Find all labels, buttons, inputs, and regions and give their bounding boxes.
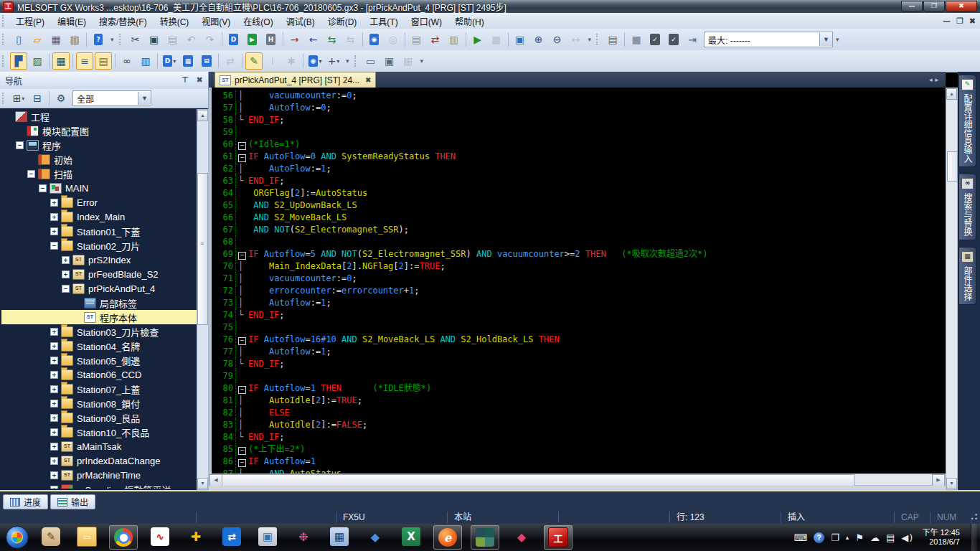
st-code-editor[interactable]: 56│ vacuumcounter:=0;57│ Autoflow:=0;58└… xyxy=(209,88,946,474)
fold-collapse-icon[interactable]: − xyxy=(238,447,246,455)
dock-tab[interactable]: 进度 xyxy=(3,494,48,509)
copy-icon[interactable]: ▣ xyxy=(146,31,163,48)
plc-reset-check-icon[interactable]: ✓ xyxy=(665,31,682,48)
scroll-left-icon[interactable]: ◀ xyxy=(209,474,222,486)
expand-icon[interactable]: + xyxy=(50,443,58,451)
resize-grip[interactable] xyxy=(967,511,980,524)
code-line[interactable]: 74└END_IF; xyxy=(212,309,946,321)
menu-item[interactable]: 转换(C) xyxy=(154,14,196,29)
print-icon[interactable]: ▥ xyxy=(66,31,83,48)
restore-button[interactable]: ❐ xyxy=(923,1,945,12)
code-line[interactable]: 80−IF Autoflow=1 THEN (*IDLE狀態*) xyxy=(212,382,946,395)
tree-item[interactable]: +Station06_CCD xyxy=(1,367,197,382)
scroll-down-icon[interactable]: ▼ xyxy=(197,478,208,489)
edit-mode-icon[interactable]: ✎ xyxy=(245,52,263,70)
calculator-icon[interactable]: ▦ xyxy=(326,525,353,548)
code-line[interactable]: 84└END_IF; xyxy=(212,431,946,443)
toolbar-overflow-icon[interactable]: ▾ xyxy=(110,36,114,43)
collapse-icon[interactable]: − xyxy=(50,242,58,250)
dock-tab[interactable]: 输出 xyxy=(50,494,95,509)
paint-icon[interactable]: ✎ xyxy=(37,525,65,548)
expand-icon[interactable]: + xyxy=(50,486,58,489)
tree-item[interactable]: +Station03_刀片檢查 xyxy=(1,324,197,339)
tree-item[interactable]: +Error xyxy=(1,195,197,209)
side-tab[interactable]: ∞搜索与替换 xyxy=(958,174,976,240)
wave-app-icon[interactable]: ∿ xyxy=(146,525,174,548)
window-list-icon[interactable]: ▥ xyxy=(446,31,463,48)
menu-item[interactable]: 工具(T) xyxy=(363,14,404,29)
collapse-icon[interactable]: − xyxy=(62,285,70,293)
scroll-right-icon[interactable]: ▶ xyxy=(932,474,945,486)
window-tray-icon[interactable]: ❐ xyxy=(831,532,839,543)
close-button[interactable]: ✖ xyxy=(946,1,977,12)
find-replace-icon[interactable]: ∞ xyxy=(118,52,136,70)
code-line[interactable]: 76−IF Autoflow=16#10 AND S2_MoveBack_LS … xyxy=(212,334,946,346)
code-line[interactable]: 82│ ELSE xyxy=(212,407,946,419)
code-line[interactable]: 78└END_IF; xyxy=(212,358,946,370)
write-to-plc-icon[interactable]: → xyxy=(286,31,303,48)
show-hidden-icon[interactable]: ▴ xyxy=(846,534,849,541)
tree-item[interactable]: +prSupplier_振動筒平送 xyxy=(1,482,197,489)
arrows-app-icon[interactable]: ✚ xyxy=(182,525,209,548)
photo-viewer-icon[interactable]: ▣ xyxy=(254,525,281,548)
expand-icon[interactable]: + xyxy=(50,342,58,350)
code-line[interactable]: 87│ AND AutoStatus xyxy=(212,468,946,474)
code-line[interactable]: 56│ vacuumcounter:=0; xyxy=(212,90,946,102)
expand-icon[interactable]: + xyxy=(50,428,58,436)
molecule-app-icon[interactable]: ❉ xyxy=(290,525,317,548)
menu-item[interactable]: 窗口(W) xyxy=(405,14,448,29)
device-search-icon[interactable]: D xyxy=(225,31,242,48)
keyboard-icon[interactable]: ⌨ xyxy=(793,532,807,543)
tree-scrollbar[interactable]: ▲ ▼ xyxy=(197,109,209,490)
monitor-search-icon[interactable]: ▶ xyxy=(244,31,261,48)
plc-run-check-icon[interactable]: ✓ xyxy=(646,31,664,48)
code-line[interactable]: 65 AND S2_UpDownBack_LS xyxy=(212,199,946,212)
scroll-thumb[interactable] xyxy=(222,474,854,486)
tree-item[interactable]: +Station05_側邊 xyxy=(1,353,197,367)
tab-scroll-arrows[interactable]: ◂▸ xyxy=(929,76,941,83)
expand-icon[interactable]: + xyxy=(62,270,70,278)
tree-item[interactable]: −扫描 xyxy=(1,166,197,181)
code-line[interactable]: 67 AND NOT(S2_Electromagnet_SSR); xyxy=(212,224,946,236)
tree-item[interactable]: 模块配置图 xyxy=(1,123,197,138)
tree-item[interactable]: +prIndexDataChange xyxy=(1,453,197,468)
verify-with-plc-icon[interactable]: ⇆ xyxy=(324,31,341,48)
display-icon[interactable]: ▤ xyxy=(886,532,895,543)
scan-time-max-combo[interactable]: 最大: -------▼ xyxy=(704,32,833,47)
child-close-button[interactable]: ✖ xyxy=(969,17,976,26)
gem-app-icon[interactable]: ◆ xyxy=(508,525,535,548)
expand-icon[interactable]: + xyxy=(50,400,58,408)
tree-item[interactable]: −Station02_刀片 xyxy=(1,238,197,253)
tree-item[interactable]: +Station08_鎖付 xyxy=(1,396,197,410)
tree-item[interactable]: −程序 xyxy=(1,138,197,152)
code-line[interactable]: 60−(*Idle=1*) xyxy=(212,138,946,151)
tree-item[interactable]: +Station09_良品 xyxy=(1,410,197,425)
code-line[interactable]: 64 ORGFlag[2]:=AutoStatus xyxy=(212,187,946,199)
module-selection-icon[interactable]: ▣ xyxy=(381,52,398,70)
element-selection-icon[interactable]: ▨ xyxy=(29,52,46,70)
plc-stop-icon[interactable]: ■ xyxy=(628,31,645,48)
toolbar-overflow-icon[interactable]: ▾ xyxy=(836,36,839,43)
tree-item[interactable]: 初始 xyxy=(1,152,197,166)
menu-item[interactable]: 调试(B) xyxy=(280,14,321,29)
menu-item[interactable]: 诊断(D) xyxy=(321,14,364,29)
device-comment-dropdown-arrow[interactable]: ▾ xyxy=(173,58,176,65)
flag-icon[interactable]: ⚑ xyxy=(855,532,864,543)
explorer-icon[interactable]: ▭ xyxy=(73,525,100,548)
combo-dropdown-icon[interactable]: ▼ xyxy=(138,92,151,105)
code-line[interactable]: 57│ Autoflow:=0; xyxy=(212,102,946,114)
settings-gear-icon[interactable]: ⚙ xyxy=(52,90,70,107)
device-memory-icon[interactable]: ▦ xyxy=(179,52,197,70)
pin-icon[interactable]: ⊤ xyxy=(179,75,191,86)
expand-icon[interactable]: + xyxy=(50,357,58,364)
gx-works3-icon[interactable]: 工 xyxy=(544,525,573,550)
navigation-window-icon[interactable]: ▛ xyxy=(10,52,27,70)
vertical-scrollbar[interactable]: ▲ ▼ xyxy=(946,88,958,490)
code-line[interactable]: 81│ AutoIdle[2]:=TRUE; xyxy=(212,395,946,407)
save-project-icon[interactable]: ▦ xyxy=(47,31,65,48)
zoom-in-icon[interactable]: ⊕ xyxy=(530,31,547,48)
toolbar-overflow-icon[interactable]: ▾ xyxy=(588,36,592,43)
e-browser-icon[interactable]: e xyxy=(433,525,462,550)
statement-list-icon[interactable]: ▤ xyxy=(95,52,112,70)
code-line[interactable]: 61−IF AutoFlow=0 AND SystemReadyStatus T… xyxy=(212,151,946,163)
